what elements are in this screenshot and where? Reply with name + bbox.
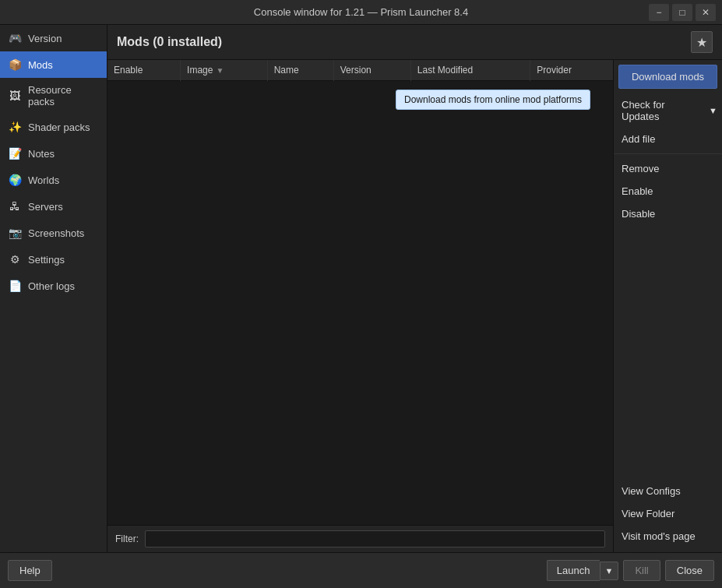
spacer (614, 225, 722, 480)
filter-label: Filter: (115, 533, 139, 544)
col-version[interactable]: Version (333, 60, 410, 81)
version-icon: 🎮 (8, 31, 22, 45)
sidebar-item-label: Other logs (28, 280, 75, 292)
sidebar-item-label: Version (28, 33, 62, 44)
sidebar-item-screenshots[interactable]: 📷 Screenshots (0, 220, 107, 246)
disable-button[interactable]: Disable (614, 202, 722, 225)
titlebar-controls: − □ ✕ (649, 4, 716, 21)
download-mods-button[interactable]: Download mods (618, 65, 717, 89)
resource-packs-icon: 🖼 (8, 89, 22, 103)
sidebar-item-servers[interactable]: 🖧 Servers (0, 193, 107, 220)
servers-icon: 🖧 (8, 199, 22, 213)
sidebar-item-label: Settings (28, 254, 65, 266)
content-and-right: Mods (0 installed) ★ Enable (107, 25, 722, 552)
sidebar-item-notes[interactable]: 📝 Notes (0, 140, 107, 167)
launch-button-group: Launch ▼ (547, 560, 619, 581)
enable-button[interactable]: Enable (614, 180, 722, 202)
check-updates-arrow-button[interactable]: ▼ (704, 100, 722, 121)
view-folder-button[interactable]: View Folder (614, 502, 722, 525)
settings-icon: ⚙ (8, 252, 22, 266)
col-provider[interactable]: Provider (530, 60, 613, 81)
launch-dropdown-button[interactable]: ▼ (600, 562, 619, 580)
check-updates-row: Check for Updates ▼ (614, 93, 722, 128)
sidebar-item-label: Screenshots (28, 227, 84, 239)
divider-1 (614, 153, 722, 154)
mods-table: Enable Image ▼ (107, 60, 613, 81)
bottom-bar: Help Launch ▼ Kill Close (0, 552, 722, 588)
other-logs-icon: 📄 (8, 279, 22, 293)
close-window-button[interactable]: ✕ (696, 4, 716, 21)
sidebar-item-label: Shader packs (28, 121, 90, 133)
main-layout: 🎮 Version 📦 Mods 🖼 Resource packs ✨ Shad… (0, 25, 722, 552)
mods-table-container: Enable Image ▼ (107, 60, 613, 525)
shader-packs-icon: ✨ (8, 120, 22, 134)
worlds-icon: 🌍 (8, 173, 22, 187)
sidebar-item-shader-packs[interactable]: ✨ Shader packs (0, 114, 107, 140)
bottom-left-buttons: Help (8, 560, 52, 581)
sidebar-item-other-logs[interactable]: 📄 Other logs (0, 273, 107, 299)
star-button[interactable]: ★ (691, 31, 713, 53)
col-last-modified[interactable]: Last Modified (410, 60, 530, 81)
titlebar: Console window for 1.21 — Prism Launcher… (0, 0, 722, 25)
right-panel: Download mods Check for Updates ▼ Add fi… (613, 60, 722, 552)
remove-button[interactable]: Remove (614, 157, 722, 180)
download-tooltip: Download mods from online mod platforms (396, 90, 590, 110)
sidebar-item-label: Notes (28, 148, 55, 160)
sidebar-item-resource-packs[interactable]: 🖼 Resource packs (0, 78, 107, 114)
col-image[interactable]: Image ▼ (181, 60, 268, 81)
sidebar: 🎮 Version 📦 Mods 🖼 Resource packs ✨ Shad… (0, 25, 107, 552)
add-file-button[interactable]: Add file (614, 128, 722, 150)
help-button[interactable]: Help (8, 560, 52, 581)
kill-button[interactable]: Kill (623, 560, 660, 581)
launch-button[interactable]: Launch (547, 560, 600, 581)
mods-icon: 📦 (8, 58, 22, 72)
screenshots-icon: 📷 (8, 226, 22, 240)
sidebar-item-settings[interactable]: ⚙ Settings (0, 246, 107, 273)
sidebar-item-worlds[interactable]: 🌍 Worlds (0, 167, 107, 193)
bottom-right-buttons: Launch ▼ Kill Close (547, 560, 714, 581)
view-configs-button[interactable]: View Configs (614, 480, 722, 502)
visit-mod-page-button[interactable]: Visit mod's page (614, 525, 722, 548)
col-enable[interactable]: Enable (107, 60, 181, 81)
right-bottom: View Configs View Folder Visit mod's pag… (614, 480, 722, 548)
sidebar-item-mods[interactable]: 📦 Mods (0, 51, 107, 78)
sidebar-item-label: Mods (28, 59, 53, 71)
content-header: Mods (0 installed) ★ (107, 25, 722, 60)
check-updates-button[interactable]: Check for Updates (614, 93, 704, 128)
page-title: Mods (0 installed) (117, 35, 222, 49)
sidebar-item-version[interactable]: 🎮 Version (0, 25, 107, 51)
sidebar-item-label: Servers (28, 201, 63, 213)
sidebar-item-label: Resource packs (28, 84, 99, 107)
filter-bar: Filter: (107, 525, 613, 552)
minimize-button[interactable]: − (649, 4, 669, 21)
titlebar-title: Console window for 1.21 — Prism Launcher… (254, 6, 468, 18)
close-button[interactable]: Close (665, 560, 714, 581)
notes-icon: 📝 (8, 146, 22, 160)
col-name[interactable]: Name (267, 60, 333, 81)
sort-arrow-icon: ▼ (216, 66, 224, 75)
filter-input[interactable] (145, 530, 605, 548)
maximize-button[interactable]: □ (672, 4, 692, 21)
sidebar-item-label: Worlds (28, 174, 59, 186)
